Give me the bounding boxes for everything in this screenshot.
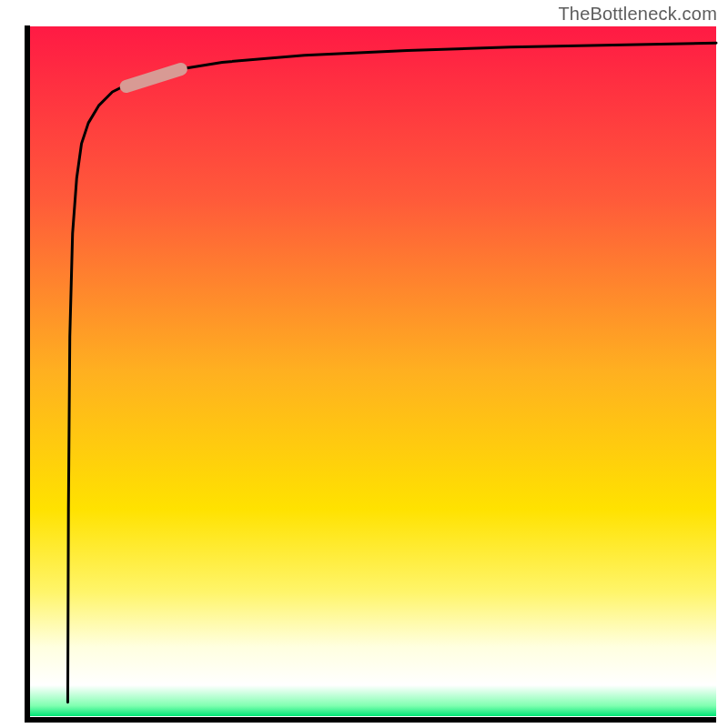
chart-container: TheBottleneck.com xyxy=(0,0,728,728)
plot-background xyxy=(30,26,716,716)
svg-rect-0 xyxy=(25,25,30,723)
attribution-label: TheBottleneck.com xyxy=(558,4,717,25)
svg-rect-1 xyxy=(25,717,716,723)
bottleneck-chart xyxy=(0,0,728,728)
